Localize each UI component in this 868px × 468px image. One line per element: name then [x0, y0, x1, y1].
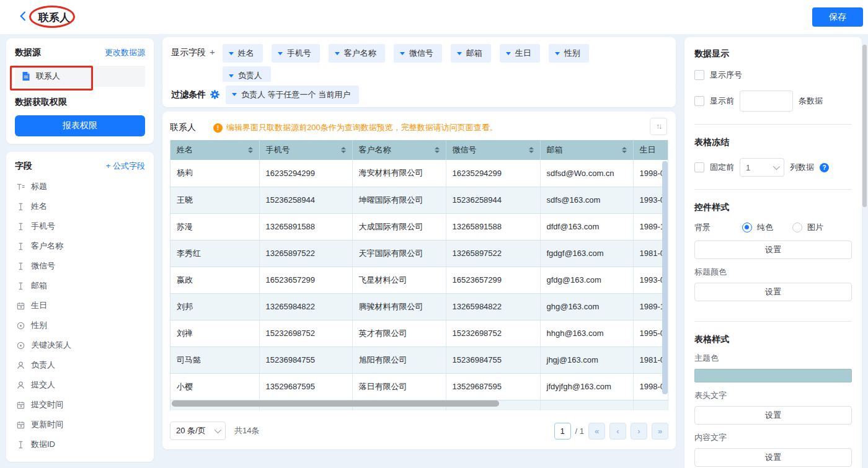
- field-item[interactable]: 负责人: [15, 355, 145, 375]
- prev-page-button[interactable]: ‹: [609, 423, 626, 439]
- report-permission-button[interactable]: 报表权限: [15, 115, 145, 136]
- freeze-checkbox[interactable]: [694, 162, 704, 172]
- field-item[interactable]: 标题: [15, 177, 145, 196]
- page-scrollbar[interactable]: [862, 45, 867, 207]
- body-text-set-button[interactable]: 设置: [694, 448, 852, 467]
- gear-icon[interactable]: [210, 90, 219, 99]
- table-cell: 15232698752: [446, 320, 540, 347]
- field-label: 标题: [31, 181, 47, 192]
- table-cell: 16523657299: [259, 267, 352, 293]
- current-page-input[interactable]: 1: [554, 423, 571, 439]
- column-header[interactable]: 客户名称: [352, 140, 446, 160]
- option-icon: [16, 341, 25, 350]
- field-item[interactable]: 更新时间: [15, 415, 145, 435]
- field-item[interactable]: 提交时间: [15, 395, 145, 415]
- field-item[interactable]: 关键决策人: [15, 335, 145, 355]
- last-page-button[interactable]: »: [652, 423, 668, 439]
- sort-icon[interactable]: [622, 147, 627, 153]
- sort-icon[interactable]: [248, 147, 253, 153]
- column-header-label: 姓名: [177, 144, 193, 156]
- column-header[interactable]: 微信号: [446, 140, 540, 160]
- title-color-set-button[interactable]: 设置: [694, 283, 852, 301]
- table-cell: hhgh@163.com: [540, 320, 633, 347]
- table-row[interactable]: 嬴政16523657299飞星材料公司16523657299gfdg@163.c…: [170, 267, 668, 293]
- field-item[interactable]: 数据ID: [15, 435, 145, 454]
- table-cell: [633, 400, 668, 410]
- horizontal-scrollbar[interactable]: [172, 400, 499, 407]
- column-header[interactable]: 姓名: [170, 140, 259, 160]
- freeze-count-select[interactable]: 1: [740, 158, 784, 177]
- display-field-chip[interactable]: 手机号: [272, 44, 320, 63]
- field-item[interactable]: 提交人: [15, 375, 145, 395]
- add-display-field-button[interactable]: +: [206, 42, 215, 57]
- sort-icon[interactable]: [341, 147, 346, 153]
- table-row[interactable]: 小樱13529687595落日有限公司13529687595jfdyjfgh@1…: [170, 373, 668, 400]
- field-item[interactable]: 性别: [15, 316, 145, 335]
- show-first-count-input[interactable]: [740, 91, 793, 112]
- table-cell: 13265984822: [446, 293, 540, 320]
- table-row[interactable]: 王晓15236258944坤曜国际有限公司15236258944sdfs@163…: [170, 187, 668, 213]
- table-row[interactable]: 刘邦13265984822腾骏材料有限公司13265984822ghg@163.…: [170, 293, 668, 320]
- first-page-button[interactable]: «: [588, 423, 605, 439]
- field-label: 性别: [31, 320, 47, 331]
- field-item[interactable]: 姓名: [15, 196, 145, 216]
- display-field-chip[interactable]: 微信号: [394, 44, 442, 63]
- field-item[interactable]: 生日: [15, 296, 145, 316]
- document-icon: [21, 71, 31, 81]
- theme-color-swatch[interactable]: [694, 369, 852, 382]
- datasource-item[interactable]: 联系人: [15, 66, 145, 87]
- back-button[interactable]: [17, 11, 30, 23]
- add-formula-field-link[interactable]: + 公式字段: [106, 161, 145, 172]
- background-label: 背景: [694, 222, 737, 233]
- display-field-chip[interactable]: 客户名称: [329, 44, 385, 63]
- datasource-title: 数据源: [15, 47, 41, 58]
- column-header-label: 微信号: [453, 144, 477, 156]
- next-page-button[interactable]: ›: [631, 423, 647, 439]
- header-text-set-button[interactable]: 设置: [694, 406, 852, 425]
- table-cell: sdfsd@Wo.com.cn: [540, 160, 633, 187]
- field-item[interactable]: 客户名称: [15, 236, 145, 256]
- table-cell: 13265897522: [446, 240, 540, 267]
- field-label: 微信号: [31, 260, 55, 272]
- filter-condition-chip[interactable]: 负责人 等于任意一个 当前用户: [226, 86, 359, 104]
- sort-order-icon[interactable]: ↑↓: [650, 118, 667, 135]
- sort-icon[interactable]: [435, 147, 440, 153]
- table-card: 联系人 ! 编辑界面只取数据源前200条作为查询数据预览，完整数据请访问页面查看…: [162, 112, 676, 449]
- display-field-chip[interactable]: 邮箱: [451, 44, 491, 63]
- field-item[interactable]: 手机号: [15, 216, 145, 236]
- field-item[interactable]: 邮箱: [15, 276, 145, 296]
- table-row[interactable]: 苏漫13265891588大成国际有限公司13265891588dfdf@163…: [170, 213, 668, 240]
- table-row[interactable]: 杨莉16235294299海安材料有限公司16235294299sdfsd@Wo…: [170, 160, 668, 187]
- show-first-checkbox[interactable]: [694, 96, 704, 106]
- table-cell: 16523657299: [446, 267, 540, 293]
- display-field-chip[interactable]: 生日: [500, 44, 540, 63]
- change-datasource-link[interactable]: 更改数据源: [105, 47, 145, 58]
- table-cell: 13529687595: [446, 373, 540, 400]
- table-row[interactable]: 李秀红13265897522天宇国际有限公司13265897522fgdgf@1…: [170, 240, 668, 267]
- vertical-scrollbar[interactable]: [662, 161, 668, 394]
- field-item[interactable]: 微信号: [15, 256, 145, 276]
- filter-chip-label: 负责人 等于任意一个 当前用户: [241, 89, 350, 100]
- display-field-chip[interactable]: 姓名: [223, 44, 263, 63]
- table-row[interactable]: 司马懿15236984755旭阳有限公司15236984755jhgj@163.…: [170, 347, 668, 373]
- solid-color-radio[interactable]: [742, 223, 752, 232]
- column-header[interactable]: 邮箱: [540, 140, 633, 160]
- background-set-button[interactable]: 设置: [694, 241, 852, 259]
- page-count: / 1: [575, 426, 584, 436]
- table-row[interactable]: 刘禅15232698752英才有限公司15232698752hhgh@163.c…: [170, 320, 668, 347]
- show-index-checkbox[interactable]: [694, 70, 704, 80]
- image-label: 图片: [807, 222, 823, 233]
- image-radio[interactable]: [792, 223, 802, 232]
- field-label: 更新时间: [31, 419, 63, 430]
- divider: [694, 189, 852, 190]
- column-header[interactable]: 手机号: [259, 140, 352, 160]
- column-header[interactable]: 生日: [633, 140, 668, 160]
- show-first-suffix: 条数据: [799, 95, 823, 107]
- save-button[interactable]: 保存: [812, 7, 863, 27]
- show-first-prefix: 显示前: [710, 95, 734, 107]
- page-size-select[interactable]: 20 条/页: [170, 422, 226, 440]
- filter-label: 过滤条件: [171, 89, 206, 100]
- display-field-chip[interactable]: 性别: [549, 44, 589, 63]
- sort-icon[interactable]: [529, 147, 534, 153]
- help-icon[interactable]: ?: [820, 163, 829, 172]
